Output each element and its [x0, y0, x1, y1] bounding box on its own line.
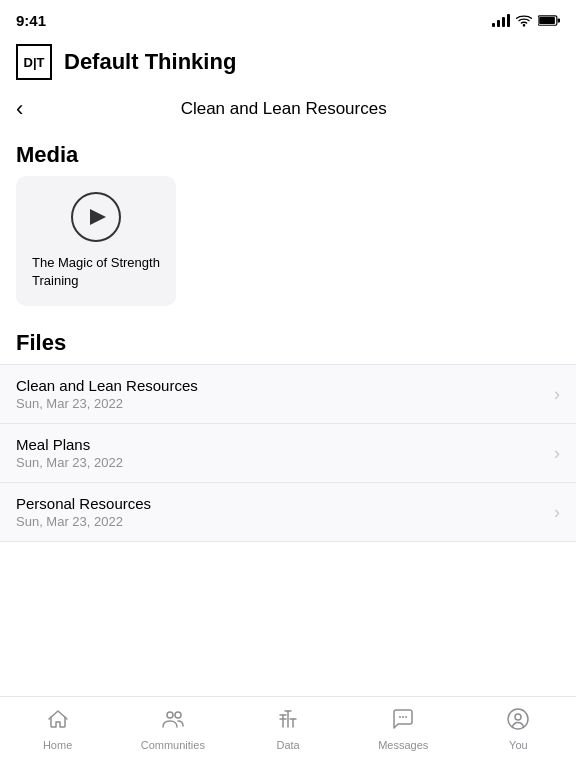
media-section-label: Media	[0, 130, 576, 176]
app-title: Default Thinking	[64, 49, 236, 75]
files-section: Files Clean and Lean Resources Sun, Mar …	[0, 326, 576, 542]
svg-point-4	[167, 712, 173, 718]
svg-point-0	[523, 25, 524, 26]
svg-point-5	[175, 712, 181, 718]
play-button[interactable]	[71, 192, 121, 242]
tab-data-label: Data	[276, 739, 299, 751]
tab-bar: Home Communities Data	[0, 696, 576, 768]
files-section-label: Files	[0, 326, 576, 364]
media-title: The Magic of Strength Training	[32, 254, 160, 290]
file-info: Meal Plans Sun, Mar 23, 2022	[16, 436, 123, 470]
tab-communities[interactable]: Communities	[141, 707, 205, 751]
status-bar: 9:41	[0, 0, 576, 36]
svg-point-16	[508, 709, 528, 729]
you-icon	[506, 707, 530, 735]
tab-messages-label: Messages	[378, 739, 428, 751]
chevron-right-icon: ›	[554, 502, 560, 523]
svg-point-15	[405, 716, 407, 718]
svg-point-13	[399, 716, 401, 718]
tab-data[interactable]: Data	[256, 707, 320, 751]
file-name: Meal Plans	[16, 436, 123, 453]
signal-icon	[492, 13, 510, 27]
file-item[interactable]: Clean and Lean Resources Sun, Mar 23, 20…	[0, 365, 576, 424]
svg-point-14	[402, 716, 404, 718]
back-button[interactable]: ‹	[16, 98, 23, 120]
tab-you[interactable]: You	[486, 707, 550, 751]
messages-icon	[391, 707, 415, 735]
home-icon	[46, 707, 70, 735]
file-date: Sun, Mar 23, 2022	[16, 396, 198, 411]
battery-icon	[538, 14, 560, 27]
app-header: D|T Default Thinking	[0, 36, 576, 88]
file-info: Personal Resources Sun, Mar 23, 2022	[16, 495, 151, 529]
tab-home-label: Home	[43, 739, 72, 751]
play-icon	[90, 209, 106, 225]
media-card[interactable]: The Magic of Strength Training	[16, 176, 176, 306]
chevron-right-icon: ›	[554, 384, 560, 405]
page-title: Clean and Lean Resources	[31, 99, 536, 119]
file-item[interactable]: Personal Resources Sun, Mar 23, 2022 ›	[0, 483, 576, 542]
svg-rect-2	[539, 16, 555, 23]
file-name: Personal Resources	[16, 495, 151, 512]
tab-messages[interactable]: Messages	[371, 707, 435, 751]
chevron-right-icon: ›	[554, 443, 560, 464]
app-logo: D|T	[16, 44, 52, 80]
file-info: Clean and Lean Resources Sun, Mar 23, 20…	[16, 377, 198, 411]
status-time: 9:41	[16, 12, 46, 29]
media-section: The Magic of Strength Training	[0, 176, 576, 326]
file-date: Sun, Mar 23, 2022	[16, 455, 123, 470]
file-date: Sun, Mar 23, 2022	[16, 514, 151, 529]
tab-communities-label: Communities	[141, 739, 205, 751]
status-icons	[492, 13, 560, 27]
nav-row: ‹ Clean and Lean Resources	[0, 88, 576, 130]
file-item[interactable]: Meal Plans Sun, Mar 23, 2022 ›	[0, 424, 576, 483]
communities-icon	[161, 707, 185, 735]
tab-you-label: You	[509, 739, 528, 751]
file-list: Clean and Lean Resources Sun, Mar 23, 20…	[0, 364, 576, 542]
tab-home[interactable]: Home	[26, 707, 90, 751]
svg-point-17	[515, 714, 521, 720]
wifi-icon	[516, 13, 532, 27]
file-name: Clean and Lean Resources	[16, 377, 198, 394]
data-icon	[276, 707, 300, 735]
svg-rect-3	[558, 18, 560, 22]
